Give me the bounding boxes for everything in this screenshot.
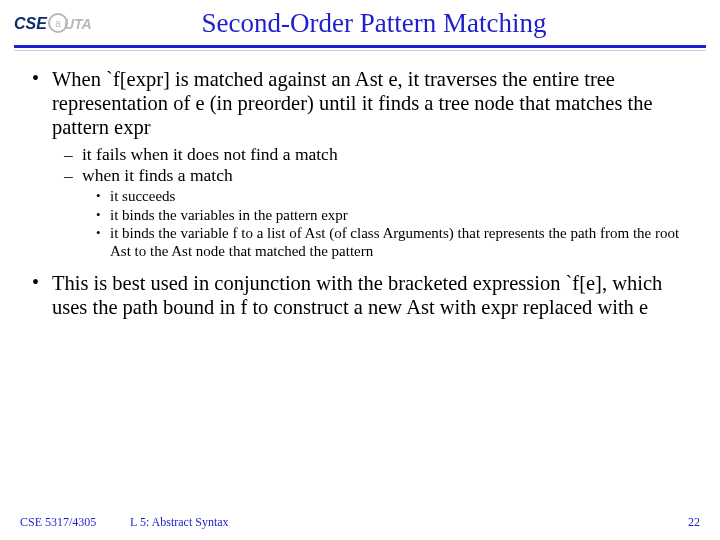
bullet-item: it fails when it does not find a match: [64, 144, 690, 165]
bullet-item: This is best used in conjunction with th…: [30, 271, 690, 319]
svg-text:UTA: UTA: [64, 16, 92, 32]
footer-page-number: 22: [670, 515, 700, 530]
slide-title: Second-Order Pattern Matching: [102, 8, 706, 39]
bullet-text: it fails when it does not find a match: [82, 144, 338, 164]
bullet-text: When `f[expr] is matched against an Ast …: [52, 68, 653, 138]
bullet-text: it binds the variables in the pattern ex…: [110, 207, 348, 223]
slide-footer: CSE 5317/4305 L 5: Abstract Syntax 22: [0, 515, 720, 530]
slide-content: When `f[expr] is matched against an Ast …: [0, 51, 720, 319]
bullet-item: it binds the variable f to a list of Ast…: [96, 225, 690, 260]
footer-course: CSE 5317/4305: [20, 515, 130, 530]
bullet-item: When `f[expr] is matched against an Ast …: [30, 67, 690, 261]
slide-header: CSE a UTA Second-Order Pattern Matching: [0, 0, 720, 39]
svg-text:CSE: CSE: [14, 15, 48, 32]
bullet-text: it succeeds: [110, 188, 175, 204]
footer-lesson: L 5: Abstract Syntax: [130, 515, 670, 530]
bullet-item: it succeeds: [96, 188, 690, 206]
svg-text:a: a: [55, 18, 61, 29]
bullet-text: when it finds a match: [82, 165, 233, 185]
bullet-text: it binds the variable f to a list of Ast…: [110, 225, 679, 259]
bullet-text: This is best used in conjunction with th…: [52, 272, 662, 318]
bullet-item: it binds the variables in the pattern ex…: [96, 207, 690, 225]
bullet-item: when it finds a match it succeeds it bin…: [64, 165, 690, 260]
cse-uta-logo: CSE a UTA: [14, 11, 92, 37]
